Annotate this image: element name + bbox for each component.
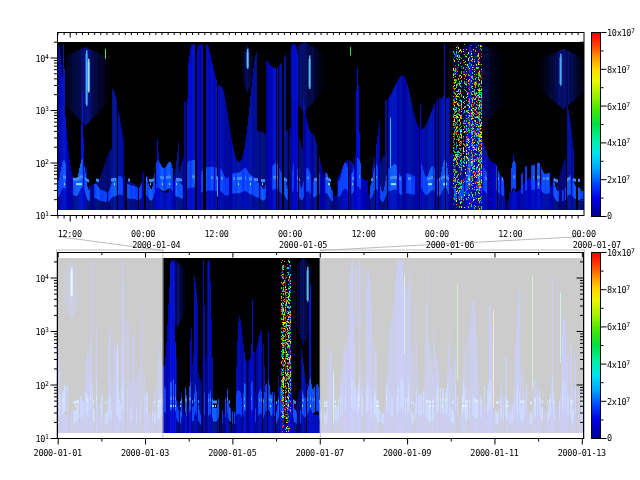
bottom-x-date-label: 2000-01-03 [121, 448, 169, 458]
bottom-y-tick-label: 103 [7, 325, 49, 338]
top-x-time-label: 12:00 [205, 229, 229, 239]
bottom-x-date-label: 2000-01-01 [34, 448, 82, 458]
colorbar-tick-label: 6x107 [607, 99, 630, 112]
top-y-tick-label: 103 [7, 104, 49, 117]
top-x-time-label: 00:00 [278, 229, 302, 239]
colorbar-tick-label: 4x107 [607, 136, 630, 149]
bottom-y-tick-label: 102 [7, 378, 49, 391]
top-x-date-label: 2000-01-05 [279, 240, 327, 250]
bottom-x-date-label: 2000-01-07 [296, 448, 344, 458]
colorbar-tick-label: 2x107 [607, 394, 630, 407]
colorbar-tick-label: 10x107 [607, 26, 635, 39]
colorbar-tick-label: 4x107 [607, 357, 630, 370]
colorbar-tick-label: 10x107 [607, 246, 635, 259]
colorbar-tick-label: 6x107 [607, 320, 630, 333]
colorbar-tick-label: 8x107 [607, 62, 630, 75]
top-x-date-label: 2000-01-06 [426, 240, 474, 250]
colorbar-tick-label: 2x107 [607, 173, 630, 186]
top-x-date-label: 2000-01-04 [132, 240, 180, 250]
top-y-tick-label: 102 [7, 156, 49, 169]
top-x-time-label: 00:00 [131, 229, 155, 239]
top-x-time-label: 00:00 [425, 229, 449, 239]
bottom-x-date-label: 2000-01-13 [558, 448, 606, 458]
bottom-y-tick-label: 101 [7, 432, 49, 445]
top-x-time-label: 12:00 [351, 229, 375, 239]
top-x-time-label: 00:00 [572, 229, 596, 239]
top-y-tick-label: 104 [7, 51, 49, 64]
bottom-x-date-label: 2000-01-11 [470, 448, 518, 458]
colorbar-tick-label: 8x107 [607, 283, 630, 296]
bottom-x-date-label: 2000-01-09 [383, 448, 431, 458]
top-x-time-label: 12:00 [498, 229, 522, 239]
colorbar-tick-label: 0 [607, 211, 612, 221]
bottom-y-tick-label: 104 [7, 271, 49, 284]
top-x-time-label: 12:00 [58, 229, 82, 239]
colorbar-tick-label: 0 [607, 433, 612, 443]
spectrogram-figure: 10410310210110410310210112:0000:002000-0… [0, 0, 640, 480]
top-y-tick-label: 101 [7, 209, 49, 222]
bottom-x-date-label: 2000-01-05 [208, 448, 256, 458]
